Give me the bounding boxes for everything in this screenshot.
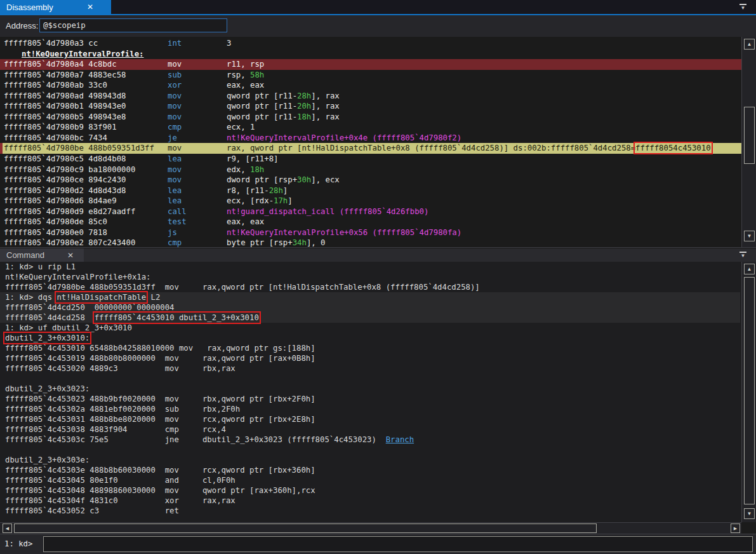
annotation-box: nt!HalDispatchTable (56, 293, 146, 302)
disasm-line[interactable]: fffff805`4d7980d9 e8d27aadffcallnt!guard… (0, 206, 741, 217)
instruction-mnemonic: mov (168, 91, 227, 102)
scroll-down-button[interactable]: ▼ (744, 508, 755, 519)
tab-disassembly[interactable]: Disassembly ✕ (0, 0, 111, 14)
instruction-operands: rax, qword ptr [nt!HalDispatchTable+0x8 … (227, 143, 741, 154)
annotation-box: fffff805`4c453010 dbutil_2_3+0x3010 (95, 313, 259, 322)
branch-link[interactable]: Branch (386, 435, 414, 444)
instruction-address-bytes: fffff805`4d7980e2 807c243400 (4, 238, 168, 247)
command-line (0, 374, 740, 384)
instruction-address-bytes: fffff805`4d7980bc 7434 (4, 133, 168, 144)
instruction-mnemonic: cmp (168, 122, 227, 133)
instruction-operands: ecx, [rdx-17h] (227, 196, 741, 206)
disasm-line[interactable]: fffff805`4d7980de 85c0testeax, eax (0, 217, 741, 227)
scrollbar-thumb[interactable] (744, 277, 755, 504)
window-menu-icon[interactable]: ▼ (739, 250, 747, 259)
scrollbar-thumb[interactable] (744, 107, 755, 164)
disassembly-pane: fffff805`4d7980a3 ccint3nt!KeQueryInterv… (0, 37, 756, 248)
arrow-down-icon: ▼ (747, 233, 752, 239)
instruction-address-bytes: fffff805`4d7980be 488b059351d3ff (4, 143, 168, 154)
command-block: 1: kd> u rip L1nt!KeQueryIntervalProfile… (0, 262, 740, 292)
disasm-line[interactable]: fffff805`4d7980ab 33c0xoreax, eax (0, 80, 741, 91)
disasm-line[interactable]: fffff805`4d7980e2 807c243400cmpbyte ptr … (0, 238, 741, 247)
command-line: dbutil_2_3+0x3023: (0, 384, 740, 394)
disasm-line[interactable]: fffff805`4d7980b1 498943e0movqword ptr [… (0, 101, 741, 112)
scroll-right-button[interactable]: ▶ (731, 524, 740, 533)
arrow-right-icon: ▶ (734, 526, 737, 530)
instruction-operands: eax, eax (227, 80, 741, 91)
instruction-operands: r8, [r11-28h] (227, 186, 741, 196)
command-line (0, 445, 740, 455)
address-input[interactable] (39, 18, 227, 32)
instruction-address-bytes: fffff805`4d7980d2 4d8d43d8 (4, 186, 168, 196)
close-icon[interactable]: ✕ (67, 251, 74, 260)
arrow-down-icon: ▼ (747, 511, 752, 517)
instruction-operands: qword ptr [r11-18h], rax (227, 112, 741, 123)
command-line: fffff805`4c453020 4889c3 mov rbx,rax (0, 363, 740, 374)
instruction-address-bytes: fffff805`4d7980b9 83f901 (4, 122, 168, 133)
instruction-address-bytes: fffff805`4d7980b5 498943e8 (4, 112, 168, 123)
disasm-line[interactable]: fffff805`4d7980c5 4d8d4b08lear9, [r11+8] (0, 154, 741, 165)
command-block: 1: kd> uf dbutil_2_3+0x3010dbutil_2_3+0x… (0, 323, 740, 516)
disasm-line[interactable]: fffff805`4d7980d6 8d4ae9leaecx, [rdx-17h… (0, 196, 741, 206)
disasm-line[interactable]: fffff805`4d7980a4 4c8bdcmovr11, rsp (0, 59, 741, 70)
tab-command[interactable]: Command ✕ (0, 248, 84, 262)
tab-disassembly-label: Disassembly (6, 3, 53, 12)
instruction-mnemonic: mov (168, 175, 227, 186)
command-line: dbutil_2_3+0x3010: (0, 333, 740, 343)
close-icon[interactable]: ✕ (87, 3, 93, 11)
disasm-line[interactable]: fffff805`4d7980ce 894c2430movdword ptr [… (0, 175, 741, 186)
command-line: fffff805`4c453023 488b9bf0020000 mov rbx… (0, 394, 740, 404)
instruction-operands: 3 (227, 38, 741, 49)
instruction-address-bytes: fffff805`4d7980b1 498943e0 (4, 101, 168, 112)
disasm-line[interactable]: fffff805`4d7980b9 83f901cmpecx, 1 (0, 122, 741, 133)
command-input[interactable] (43, 536, 753, 552)
command-line: fffff805`4d7980be 488b059351d3ff mov rax… (0, 282, 740, 292)
command-input-row: 1: kd> (0, 534, 756, 554)
disasm-line[interactable]: fffff805`4d7980bc 7434jent!KeQueryInterv… (0, 133, 741, 144)
instruction-address-bytes: fffff805`4d7980d9 e8d27aadff (4, 206, 168, 217)
instruction-address-bytes: fffff805`4d7980a3 cc (4, 38, 168, 49)
instruction-operands: r11, rsp (227, 59, 741, 70)
instruction-operands: qword ptr [r11-20h], rax (227, 101, 741, 112)
instruction-address-bytes: fffff805`4d7980ce 894c2430 (4, 175, 168, 186)
chevron-down-icon: ▼ (739, 6, 747, 11)
instruction-mnemonic: mov (168, 101, 227, 112)
address-toolbar: Address: ✓ Follow current instruction (0, 15, 756, 37)
disasm-line[interactable]: fffff805`4d7980c9 ba18000000movedx, 18h (0, 165, 741, 175)
command-line: fffff805`4c45302a 4881ebf0020000 sub rbx… (0, 404, 740, 414)
disasm-line[interactable]: fffff805`4d7980a3 ccint3 (0, 38, 741, 49)
instruction-mnemonic: js (168, 227, 227, 238)
command-line: fffff805`4c453019 488b80b8000000 mov rax… (0, 353, 740, 363)
instruction-address-bytes: fffff805`4d7980de 85c0 (4, 217, 168, 227)
instruction-address-bytes: fffff805`4d7980e0 7818 (4, 227, 168, 238)
disasm-line[interactable]: fffff805`4d7980e0 7818jsnt!KeQueryInterv… (0, 227, 741, 238)
command-line: fffff805`4d4cd258 fffff805`4c453010 dbut… (0, 313, 740, 323)
disasm-line[interactable]: fffff805`4d7980a7 4883ec58subrsp, 58h (0, 70, 741, 81)
scroll-up-button[interactable]: ▲ (744, 264, 755, 274)
command-vscrollbar[interactable]: ▲ ▼ (741, 262, 756, 522)
disasm-line[interactable]: fffff805`4d7980b5 498943e8movqword ptr [… (0, 112, 741, 123)
command-block: 1: kd> dqs nt!HalDispatchTable L2fffff80… (0, 292, 740, 323)
instruction-operands: qword ptr [r11-28h], rax (227, 91, 741, 102)
scroll-up-button[interactable]: ▲ (744, 39, 755, 50)
arrow-up-icon: ▲ (747, 266, 752, 272)
window-menu-icon[interactable]: ▼ (739, 3, 747, 11)
scrollbar-thumb[interactable] (14, 524, 597, 533)
instruction-mnemonic: mov (168, 112, 227, 123)
disasm-line[interactable]: fffff805`4d7980be 488b059351d3ffmovrax, … (0, 143, 741, 154)
command-hscrollbar[interactable]: ◀ ▶ (0, 522, 741, 534)
disassembly-vscrollbar[interactable]: ▲ ▼ (741, 37, 756, 247)
scroll-down-button[interactable]: ▼ (744, 231, 755, 241)
instruction-operands: nt!guard_dispatch_icall (fffff805`4d26fb… (227, 206, 741, 217)
disasm-label-line[interactable]: nt!KeQueryIntervalProfile: (0, 49, 741, 60)
symbol-label: nt!KeQueryIntervalProfile: (4, 49, 144, 60)
command-line: fffff805`4c453031 488b8be8020000 mov rcx… (0, 414, 740, 424)
disasm-line[interactable]: fffff805`4d7980ad 498943d8movqword ptr [… (0, 91, 741, 102)
command-line: 1: kd> dqs nt!HalDispatchTable L2 (0, 292, 740, 302)
scroll-left-button[interactable]: ◀ (3, 524, 12, 533)
disasm-line[interactable]: fffff805`4d7980d2 4d8d43d8lear8, [r11-28… (0, 186, 741, 196)
command-line: fffff805`4c453052 c3 ret (0, 506, 740, 516)
instruction-mnemonic: call (168, 206, 227, 217)
instruction-mnemonic: mov (168, 143, 227, 154)
command-line: fffff805`4c453048 48898860030000 mov qwo… (0, 485, 740, 496)
